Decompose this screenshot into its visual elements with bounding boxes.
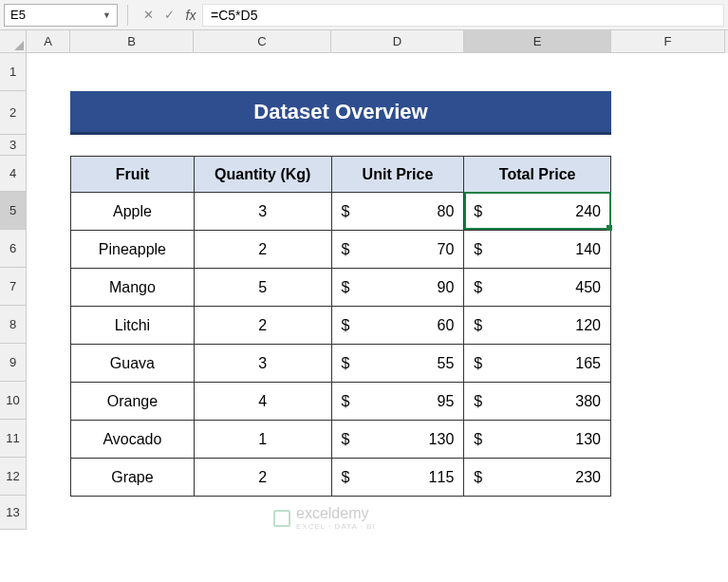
header-unit-price[interactable]: Unit Price bbox=[331, 157, 464, 193]
select-all-corner[interactable] bbox=[0, 30, 27, 53]
table-header-row: Fruit Quantity (Kg) Unit Price Total Pri… bbox=[71, 157, 611, 193]
cell-total-price[interactable]: $380 bbox=[464, 383, 611, 421]
title-banner: Dataset Overview bbox=[70, 91, 611, 135]
cell-unit-price[interactable]: $95 bbox=[331, 383, 464, 421]
row-header[interactable]: 3 bbox=[0, 135, 27, 156]
row-header[interactable]: 7 bbox=[0, 268, 27, 306]
col-header[interactable]: B bbox=[70, 30, 194, 53]
header-fruit[interactable]: Fruit bbox=[71, 157, 195, 193]
cell-unit-price[interactable]: $70 bbox=[331, 231, 464, 269]
spreadsheet-grid: 1 2 3 4 5 6 7 8 9 10 11 12 13 A B C D E … bbox=[0, 30, 728, 582]
table-row: Apple3$80$240 bbox=[71, 193, 611, 231]
table-row: Guava3$55$165 bbox=[71, 345, 611, 383]
cell-unit-price[interactable]: $55 bbox=[331, 345, 464, 383]
left-column: 1 2 3 4 5 6 7 8 9 10 11 12 13 bbox=[0, 30, 27, 582]
watermark-brand: exceldemy bbox=[296, 505, 376, 522]
formula-text: =C5*D5 bbox=[211, 8, 257, 23]
col-header[interactable]: A bbox=[27, 30, 70, 53]
cell-qty[interactable]: 3 bbox=[194, 345, 331, 383]
cell-total-price[interactable]: $130 bbox=[464, 421, 611, 459]
cell-unit-price[interactable]: $60 bbox=[331, 307, 464, 345]
check-icon[interactable]: ✓ bbox=[159, 8, 179, 22]
col-header[interactable]: D bbox=[331, 30, 464, 53]
row-header[interactable]: 11 bbox=[0, 420, 27, 458]
cell-fruit[interactable]: Avocado bbox=[71, 421, 195, 459]
cell-unit-price[interactable]: $80 bbox=[331, 193, 464, 231]
table-row: Avocado1$130$130 bbox=[71, 421, 611, 459]
cell-qty[interactable]: 2 bbox=[194, 459, 331, 497]
divider bbox=[127, 5, 128, 26]
table-row: Litchi2$60$120 bbox=[71, 307, 611, 345]
name-box-value: E5 bbox=[10, 8, 26, 22]
table-row: Grape2$115$230 bbox=[71, 459, 611, 497]
cell-unit-price[interactable]: $90 bbox=[331, 269, 464, 307]
cell-fruit[interactable]: Mango bbox=[71, 269, 195, 307]
row-header[interactable]: 13 bbox=[0, 496, 27, 530]
header-total-price[interactable]: Total Price bbox=[464, 157, 611, 193]
header-quantity[interactable]: Quantity (Kg) bbox=[194, 157, 331, 193]
main-area: A B C D E F Dataset Overview Fruit Quant… bbox=[27, 30, 728, 582]
cell-total-price[interactable]: $120 bbox=[464, 307, 611, 345]
row-header[interactable]: 12 bbox=[0, 458, 27, 496]
cell-unit-price[interactable]: $130 bbox=[331, 421, 464, 459]
cell-fruit[interactable]: Guava bbox=[71, 345, 195, 383]
cell-total-price[interactable]: $140 bbox=[464, 231, 611, 269]
cell-total-price[interactable]: $450 bbox=[464, 269, 611, 307]
cell-unit-price[interactable]: $115 bbox=[331, 459, 464, 497]
watermark-tagline: EXCEL · DATA · BI bbox=[296, 522, 376, 531]
cell-qty[interactable]: 2 bbox=[194, 307, 331, 345]
cell-qty[interactable]: 5 bbox=[194, 269, 331, 307]
row-header[interactable]: 8 bbox=[0, 306, 27, 344]
cell-fruit[interactable]: Pineapple bbox=[71, 231, 195, 269]
table-row: Pineapple2$70$140 bbox=[71, 231, 611, 269]
data-table: Fruit Quantity (Kg) Unit Price Total Pri… bbox=[70, 156, 611, 497]
watermark: exceldemy EXCEL · DATA · BI bbox=[273, 505, 376, 531]
logo-icon bbox=[273, 510, 290, 527]
row-header[interactable]: 4 bbox=[0, 156, 27, 192]
cell-fruit[interactable]: Grape bbox=[71, 459, 195, 497]
cell-total-price[interactable]: $165 bbox=[464, 345, 611, 383]
cell-qty[interactable]: 1 bbox=[194, 421, 331, 459]
cell-qty[interactable]: 4 bbox=[194, 383, 331, 421]
row-header[interactable]: 9 bbox=[0, 344, 27, 382]
cell-qty[interactable]: 3 bbox=[194, 193, 331, 231]
row-header[interactable]: 2 bbox=[0, 91, 27, 135]
cell-fruit[interactable]: Litchi bbox=[71, 307, 195, 345]
col-header[interactable]: F bbox=[611, 30, 725, 53]
formula-input[interactable]: =C5*D5 bbox=[202, 4, 724, 27]
row-header[interactable]: 1 bbox=[0, 53, 27, 91]
cancel-icon[interactable]: ✕ bbox=[138, 8, 159, 22]
row-header[interactable]: 6 bbox=[0, 230, 27, 268]
row-header[interactable]: 10 bbox=[0, 382, 27, 420]
cell-fruit[interactable]: Apple bbox=[71, 193, 195, 231]
table-row: Orange4$95$380 bbox=[71, 383, 611, 421]
table-row: Mango5$90$450 bbox=[71, 269, 611, 307]
fx-icon[interactable]: fx bbox=[179, 8, 202, 23]
col-header[interactable]: C bbox=[194, 30, 331, 53]
cell-fruit[interactable]: Orange bbox=[71, 383, 195, 421]
formula-bar: E5 ▼ ✕ ✓ fx =C5*D5 bbox=[0, 0, 728, 30]
name-box[interactable]: E5 ▼ bbox=[4, 4, 118, 27]
row-headers: 1 2 3 4 5 6 7 8 9 10 11 12 13 bbox=[0, 53, 27, 530]
col-header-active[interactable]: E bbox=[464, 30, 611, 53]
cell-qty[interactable]: 2 bbox=[194, 231, 331, 269]
cell-total-price[interactable]: $230 bbox=[464, 459, 611, 497]
row-header-active[interactable]: 5 bbox=[0, 192, 27, 230]
cell-total-price[interactable]: $240 bbox=[464, 193, 611, 231]
column-headers: A B C D E F bbox=[27, 30, 728, 53]
chevron-down-icon[interactable]: ▼ bbox=[103, 10, 111, 20]
